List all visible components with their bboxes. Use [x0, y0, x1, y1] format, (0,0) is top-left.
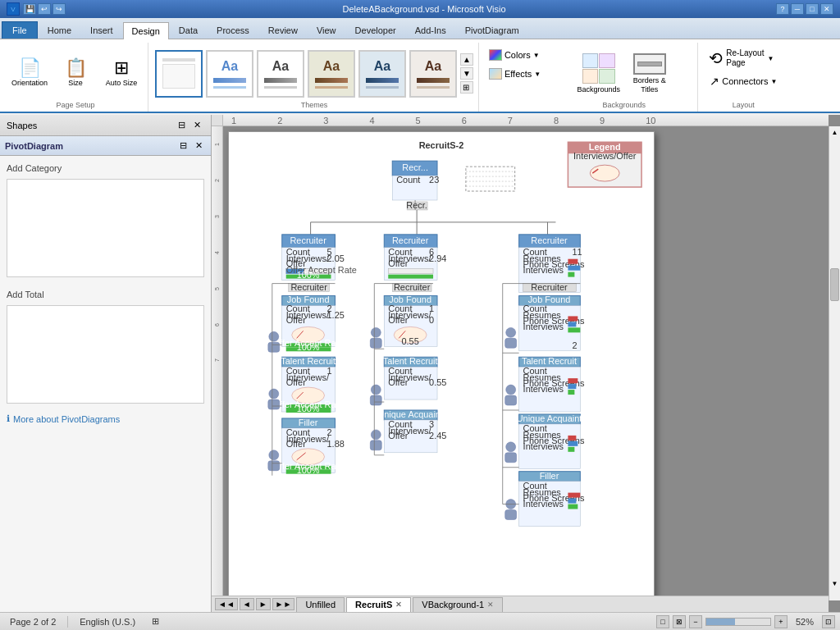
theme-3[interactable]: Aa — [257, 50, 304, 98]
theme-1[interactable] — [155, 50, 203, 98]
effects-label: Effects — [504, 69, 532, 79]
auto-size-button[interactable]: ⊞ Auto Size — [100, 49, 143, 98]
tab-home[interactable]: Home — [39, 21, 80, 39]
borders-titles-button[interactable]: Borders & Titles — [626, 49, 673, 98]
svg-rect-54 — [268, 342, 280, 352]
zoom-out-btn[interactable]: − — [689, 615, 702, 628]
maximize-btn[interactable]: □ — [806, 3, 819, 15]
connectors-label: Connectors — [722, 76, 768, 86]
tab-recruits[interactable]: RecruitS ✕ — [346, 597, 411, 612]
diagram-page: RecruitS-2 Legend Interviews/Offer Recr.… — [228, 131, 655, 612]
tab-view[interactable]: View — [308, 21, 345, 39]
quick-access-save[interactable]: 💾 — [23, 3, 36, 15]
add-category-header[interactable]: Add Category — [7, 161, 204, 176]
tab-unfilled[interactable]: Unfilled — [296, 597, 345, 612]
add-total-header[interactable]: Add Total — [7, 287, 204, 302]
theme-4[interactable]: Aa — [308, 50, 355, 98]
help-btn[interactable]: ? — [776, 3, 789, 15]
shapes-expand-btn[interactable]: ⊟ — [175, 119, 189, 131]
tab-vbackground-close[interactable]: ✕ — [487, 600, 494, 609]
pivot-close-btn[interactable]: ✕ — [192, 139, 206, 152]
quick-access-redo[interactable]: ↪ — [52, 3, 66, 15]
tab-file[interactable]: File — [2, 21, 38, 39]
svg-text:0.55: 0.55 — [401, 336, 418, 346]
tab-review[interactable]: Review — [259, 21, 307, 39]
re-layout-arrow: ▼ — [767, 55, 774, 62]
window-controls: ? ─ □ ✕ — [776, 3, 833, 15]
effects-button[interactable]: Effects ▼ — [484, 65, 546, 83]
tab-recruits-close[interactable]: ✕ — [395, 600, 402, 609]
tab-process[interactable]: Process — [208, 21, 258, 39]
svg-rect-167 — [505, 395, 517, 405]
svg-text:Interviews: Interviews — [523, 322, 564, 331]
svg-rect-139 — [568, 266, 580, 271]
tab-insert[interactable]: Insert — [81, 21, 122, 39]
view-full-screen-btn[interactable]: ⊠ — [673, 615, 686, 628]
themes-scroll-up[interactable]: ▲ — [460, 53, 473, 66]
tab-nav-first[interactable]: ◄◄ — [215, 598, 238, 610]
tab-pivotdiagram[interactable]: PivotDiagram — [456, 21, 528, 39]
svg-text:Recruiter: Recruiter — [392, 235, 429, 245]
svg-rect-177 — [568, 447, 574, 452]
connectors-button[interactable]: ↗ Connectors ▼ — [705, 72, 782, 90]
svg-rect-191 — [505, 510, 517, 520]
theme-5[interactable]: Aa — [358, 50, 406, 98]
colors-button[interactable]: Colors ▼ — [484, 46, 546, 64]
themes-group: Aa Aa Aa Aa — [150, 43, 479, 112]
pivot-panel-header: PivotDiagram ⊟ ✕ — [0, 136, 211, 156]
tab-nav-last[interactable]: ►► — [272, 598, 295, 610]
tab-nav-next[interactable]: ► — [256, 598, 271, 610]
svg-point-166 — [506, 385, 516, 395]
tab-design[interactable]: Design — [123, 22, 169, 39]
scroll-thumb-v[interactable] — [830, 268, 839, 301]
tab-developer[interactable]: Developer — [346, 21, 405, 39]
connectors-arrow: ▼ — [771, 78, 778, 85]
themes-scroll-down[interactable]: ▼ — [460, 67, 473, 80]
more-info-link[interactable]: ℹ More about PivotDiagrams — [0, 409, 211, 429]
scroll-up-btn[interactable]: ▲ — [829, 126, 840, 138]
effects-icon — [489, 68, 502, 80]
tab-addins[interactable]: Add-Ins — [406, 21, 455, 39]
themes-label: Themes — [301, 101, 328, 112]
svg-text:Talent Recruit: Talent Recruit — [522, 356, 577, 366]
svg-text:1.25: 1.25 — [327, 310, 345, 320]
ribbon-tab-bar: File Home Insert Design Data Process Rev… — [0, 18, 840, 39]
svg-text:Filler: Filler — [540, 471, 559, 481]
svg-rect-176 — [568, 441, 578, 446]
tab-unfilled-label: Unfilled — [305, 600, 336, 609]
svg-text:Unique Acquaint: Unique Acquaint — [377, 409, 443, 419]
svg-text:Recruiter: Recruiter — [290, 235, 326, 245]
orientation-button[interactable]: 📄 Orientation — [8, 49, 51, 98]
fit-page-btn[interactable]: ⊡ — [822, 615, 835, 628]
pivot-expand-btn[interactable]: ⊟ — [176, 139, 190, 152]
tab-vbackground[interactable]: VBackground-1 ✕ — [413, 597, 503, 612]
svg-rect-119 — [370, 395, 381, 405]
themes-more[interactable]: ⊞ — [460, 81, 473, 94]
tab-data[interactable]: Data — [170, 21, 207, 39]
shapes-close-btn[interactable]: ✕ — [190, 119, 204, 131]
re-layout-button[interactable]: ⟲ Re-LayoutPage ▼ — [705, 46, 778, 71]
zoom-slider[interactable] — [705, 618, 771, 626]
window-title: DeleteABackground.vsd - Microsoft Visio — [72, 4, 776, 14]
close-btn[interactable]: ✕ — [820, 3, 833, 15]
status-sep-1 — [67, 616, 68, 628]
theme-6[interactable]: Aa — [409, 50, 457, 98]
tab-nav-prev[interactable]: ◄ — [240, 598, 254, 610]
backgrounds-button[interactable]: Backgrounds — [575, 49, 623, 98]
svg-rect-165 — [568, 390, 574, 395]
effects-arrow: ▼ — [534, 71, 541, 78]
svg-point-109 — [371, 327, 381, 337]
svg-text:Count: Count — [396, 175, 420, 185]
minimize-btn[interactable]: ─ — [791, 3, 804, 15]
status-bar: Page 2 of 2 English (U.S.) ⊞ □ ⊠ − + 52%… — [0, 612, 840, 630]
svg-rect-188 — [568, 499, 576, 504]
zoom-in-btn[interactable]: + — [774, 615, 788, 628]
pivot-title: PivotDiagram — [5, 141, 63, 151]
view-normal-btn[interactable]: □ — [656, 615, 669, 628]
size-button[interactable]: 📋 Size — [54, 49, 97, 98]
quick-access-undo[interactable]: ↩ — [38, 3, 51, 15]
theme-2[interactable]: Aa — [206, 50, 253, 98]
vertical-scrollbar[interactable]: ▲ ▼ — [829, 126, 840, 600]
scroll-down-btn[interactable]: ▼ — [830, 578, 839, 589]
ruler-corner — [212, 115, 223, 126]
